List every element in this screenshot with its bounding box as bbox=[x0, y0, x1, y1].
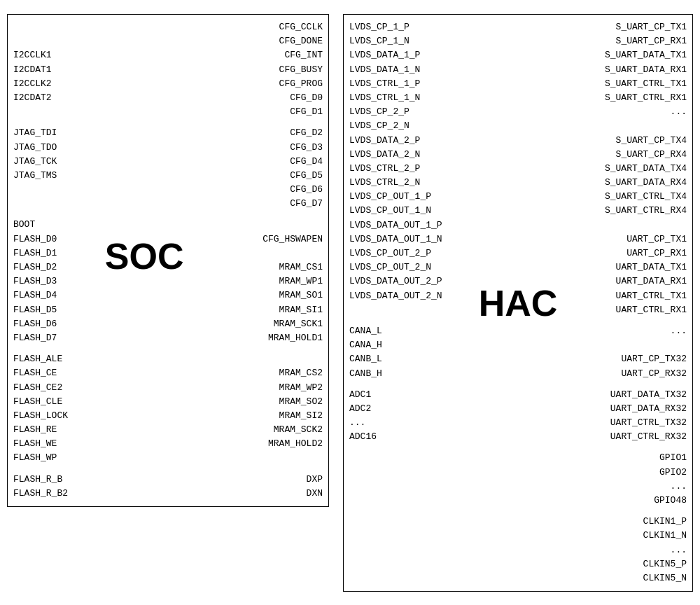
pin-row: ADC1 UART_DATA_TX32 bbox=[344, 388, 692, 402]
pin-row: LVDS_CP_2_P ... bbox=[344, 105, 692, 119]
pin-row: FLASH_D5 MRAM_SI1 bbox=[8, 303, 328, 317]
soc-section-flash1: BOOT FLASH_D0 CFG_HSWAPEN FLASH_D1 FLASH… bbox=[8, 218, 328, 345]
pin-row: LVDS_DATA_OUT_1_N UART_CP_TX1 bbox=[344, 232, 692, 246]
pin-row: CFG_D6 bbox=[8, 183, 328, 197]
pin-right: GPIO2 bbox=[622, 466, 692, 479]
pin-right: UART_CP_TX32 bbox=[621, 353, 692, 366]
pin-row: LVDS_CTRL_1_P S_UART_CTRL_TX1 bbox=[344, 77, 692, 91]
pin-left: LVDS_CTRL_1_N bbox=[344, 92, 420, 104]
pin-row: FLASH_CE2 MRAM_WP2 bbox=[8, 381, 328, 395]
pin-left: LVDS_CTRL_2_P bbox=[344, 162, 420, 175]
pin-right: CLKIN1_P bbox=[622, 515, 692, 528]
pin-left: I2CCLK1 bbox=[8, 49, 78, 62]
pin-row: JTAG_TCK CFG_D4 bbox=[8, 155, 328, 169]
pin-row: CLKIN1_P bbox=[344, 515, 692, 529]
pin-row: LVDS_CP_OUT_1_P S_UART_CTRL_TX4 bbox=[344, 190, 692, 204]
pin-left: LVDS_DATA_OUT_1_N bbox=[344, 233, 442, 246]
pin-left: CANB_L bbox=[344, 353, 414, 366]
pin-right: S_UART_DATA_RX1 bbox=[605, 64, 692, 76]
pin-right: S_UART_CP_TX4 bbox=[616, 134, 692, 147]
hac-section-gpio: GPIO1 GPIO2 ... GPIO48 bbox=[344, 451, 692, 508]
hac-section-adc: ADC1 UART_DATA_TX32 ADC2 UART_DATA_RX32 … bbox=[344, 388, 692, 445]
pin-left: LVDS_DATA_OUT_1_P bbox=[344, 219, 442, 232]
pin-row: LVDS_DATA_1_P S_UART_DATA_TX1 bbox=[344, 48, 692, 62]
pin-row: LVDS_CP_1_P S_UART_CP_TX1 bbox=[344, 20, 692, 34]
pin-left: FLASH_D6 bbox=[8, 318, 78, 331]
pin-left: FLASH_R_B2 bbox=[8, 487, 78, 500]
pin-row: GPIO48 bbox=[344, 494, 692, 508]
pin-row: FLASH_R_B2 DXN bbox=[8, 487, 328, 501]
pin-right: CFG_INT bbox=[258, 49, 328, 62]
pin-row: LVDS_DATA_OUT_2_N UART_CTRL_TX1 bbox=[344, 289, 692, 303]
pin-row: FLASH_LOCK MRAM_SI2 bbox=[8, 409, 328, 423]
pin-row: LVDS_CP_1_N S_UART_CP_RX1 bbox=[344, 34, 692, 48]
pin-right: MRAM_SO2 bbox=[258, 396, 328, 408]
pin-left: BOOT bbox=[8, 218, 78, 231]
pin-right: UART_DATA_RX1 bbox=[616, 275, 692, 288]
hac-block: HAC LVDS_CP_1_P S_UART_CP_TX1 LVDS_CP_1_… bbox=[343, 14, 693, 592]
pin-left: LVDS_CP_1_P bbox=[344, 21, 414, 34]
pin-left: CANA_H bbox=[344, 339, 414, 352]
pin-right: ... bbox=[622, 544, 692, 557]
pin-right: S_UART_CTRL_RX1 bbox=[605, 92, 692, 104]
pin-left: LVDS_CP_2_N bbox=[344, 120, 414, 132]
pin-row: FLASH_D1 bbox=[8, 246, 328, 260]
hac-section-can: CANA_L ... CANA_H CANB_L UART_CP_TX32 CA… bbox=[344, 324, 692, 381]
pin-row: LVDS_CP_OUT_2_N UART_DATA_TX1 bbox=[344, 260, 692, 274]
pin-right: S_UART_DATA_RX4 bbox=[605, 176, 692, 189]
pin-row: CANB_H UART_CP_RX32 bbox=[344, 367, 692, 381]
pin-row: LVDS_CP_2_N bbox=[344, 119, 692, 133]
pin-row: ... UART_CTRL_TX32 bbox=[344, 416, 692, 430]
pin-right: MRAM_CS1 bbox=[258, 261, 328, 274]
pin-left: JTAG_TMS bbox=[8, 169, 78, 182]
pin-row: LVDS_DATA_OUT_1_P bbox=[344, 218, 692, 232]
pin-left: FLASH_CLE bbox=[8, 396, 78, 408]
pin-right: UART_CP_RX32 bbox=[621, 368, 692, 380]
pin-row: UART_CTRL_RX1 bbox=[344, 303, 692, 317]
pin-row: ADC2 UART_DATA_RX32 bbox=[344, 402, 692, 416]
pin-right: CFG_D4 bbox=[258, 155, 328, 168]
pin-row: FLASH_D7 MRAM_HOLD1 bbox=[8, 331, 328, 345]
pin-left: LVDS_DATA_2_P bbox=[344, 134, 420, 147]
pin-row: FLASH_WP bbox=[8, 451, 328, 465]
pin-row: ... bbox=[344, 480, 692, 494]
pin-right: S_UART_DATA_TX1 bbox=[605, 49, 692, 62]
pin-left: ADC1 bbox=[344, 389, 414, 401]
pin-row: LVDS_DATA_1_N S_UART_DATA_RX1 bbox=[344, 63, 692, 77]
pin-left: FLASH_D7 bbox=[8, 332, 78, 345]
pin-row: LVDS_CTRL_2_N S_UART_DATA_RX4 bbox=[344, 176, 692, 190]
pin-row: BOOT bbox=[8, 218, 328, 232]
pin-right: UART_CP_TX1 bbox=[622, 233, 692, 246]
pin-right: MRAM_SI2 bbox=[258, 410, 328, 422]
pin-row: FLASH_D6 MRAM_SCK1 bbox=[8, 317, 328, 331]
pin-row: CFG_D7 bbox=[8, 197, 328, 211]
pin-left: LVDS_DATA_2_N bbox=[344, 148, 420, 161]
pin-row: FLASH_ALE bbox=[8, 352, 328, 366]
pin-right: UART_DATA_RX32 bbox=[610, 403, 692, 415]
pin-left: LVDS_CP_OUT_1_P bbox=[344, 190, 431, 203]
pin-row: FLASH_CE MRAM_CS2 bbox=[8, 366, 328, 380]
pin-left: JTAG_TDI bbox=[8, 127, 78, 139]
pin-right: UART_CTRL_RX1 bbox=[616, 304, 692, 317]
pin-right: MRAM_WP1 bbox=[258, 275, 328, 288]
pin-row: CLKIN5_P bbox=[344, 557, 692, 571]
pin-row: ADC16 UART_CTRL_RX32 bbox=[344, 430, 692, 444]
pin-row: LVDS_CP_OUT_2_P UART_CP_RX1 bbox=[344, 246, 692, 260]
pin-left: LVDS_DATA_1_P bbox=[344, 49, 420, 62]
pin-right: CFG_D7 bbox=[258, 197, 328, 210]
pin-left: ... bbox=[344, 417, 414, 429]
pin-row: CANB_L UART_CP_TX32 bbox=[344, 352, 692, 366]
pin-right: MRAM_HOLD2 bbox=[258, 438, 328, 450]
pin-row: ... bbox=[344, 543, 692, 557]
pin-row: LVDS_DATA_2_P S_UART_CP_TX4 bbox=[344, 134, 692, 148]
pin-right: CFG_PROG bbox=[258, 78, 328, 90]
pin-left: LVDS_CP_OUT_2_P bbox=[344, 247, 431, 260]
pin-left: JTAG_TDO bbox=[8, 141, 78, 154]
pin-row: LVDS_CTRL_1_N S_UART_CTRL_RX1 bbox=[344, 91, 692, 105]
soc-section-jtag: JTAG_TDI CFG_D2 JTAG_TDO CFG_D3 JTAG_TCK… bbox=[8, 126, 328, 211]
pin-left: CANA_L bbox=[344, 325, 414, 338]
pin-left: LVDS_CTRL_1_P bbox=[344, 78, 420, 90]
pin-row: CLKIN5_N bbox=[344, 571, 692, 585]
pin-left: LVDS_DATA_1_N bbox=[344, 64, 420, 76]
pin-row: FLASH_CLE MRAM_SO2 bbox=[8, 395, 328, 409]
